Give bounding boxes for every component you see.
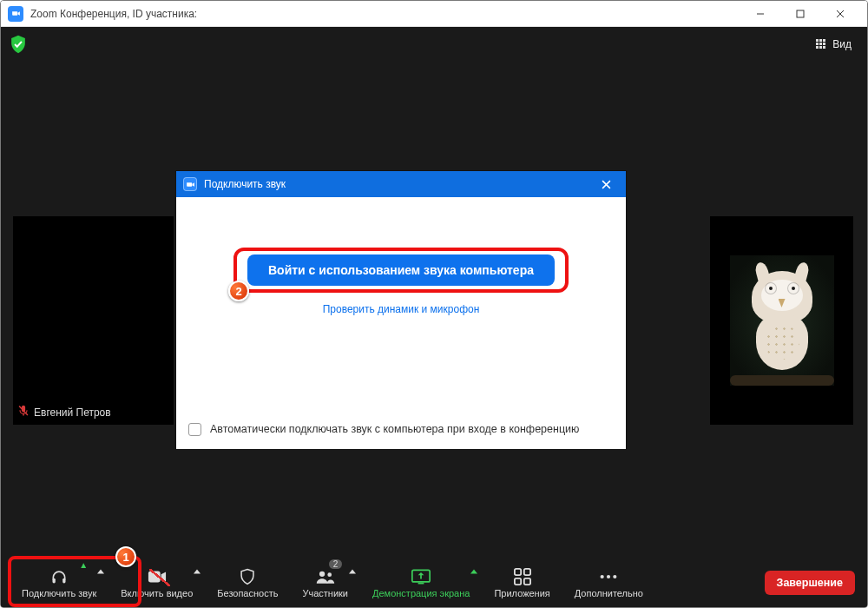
video-camera-off-icon (148, 567, 167, 586)
meeting-area: Вид Евгений Петров (1, 27, 867, 607)
svg-rect-7 (418, 583, 424, 585)
encryption-shield-icon[interactable] (10, 35, 27, 54)
participant-name-label: Евгений Петров (18, 405, 111, 420)
app-window: Zoom Конференция, ID участника: Вид (0, 0, 868, 608)
join-audio-button[interactable]: ▲ Подключить звук (13, 558, 105, 607)
participant-avatar (730, 255, 834, 386)
svg-point-14 (614, 575, 617, 578)
auto-join-audio-label: Автоматически подключать звук с компьюте… (210, 423, 579, 435)
test-speaker-mic-link[interactable]: Проверить динамик и микрофон (323, 303, 480, 315)
security-shield-icon (238, 567, 257, 586)
annotation-badge-2: 2 (228, 281, 249, 301)
svg-point-13 (607, 575, 610, 578)
svg-point-4 (319, 572, 325, 577)
share-options-chevron-icon[interactable] (468, 565, 480, 578)
view-toggle-button[interactable]: Вид (808, 35, 858, 54)
zoom-app-icon (8, 6, 23, 22)
dialog-title: Подключить звук (204, 178, 286, 190)
participants-button[interactable]: 2 Участники (293, 558, 357, 607)
grid-view-icon (815, 38, 827, 50)
apps-button[interactable]: Приложения (485, 558, 558, 607)
window-minimize-button[interactable] (740, 1, 780, 27)
audio-options-chevron-icon[interactable] (95, 565, 107, 578)
svg-point-12 (601, 575, 604, 578)
upload-arrow-icon: ▲ (79, 560, 88, 570)
svg-rect-0 (797, 10, 804, 17)
svg-rect-10 (515, 578, 521, 585)
auto-join-audio-checkbox[interactable] (188, 423, 201, 436)
join-audio-dialog: Подключить звук Войти с использованием з… (176, 171, 626, 449)
participant-tile-remote[interactable] (710, 216, 853, 425)
share-screen-button[interactable]: Демонстрация экрана (364, 558, 478, 607)
participants-options-chevron-icon[interactable] (346, 565, 358, 578)
security-button[interactable]: Безопасность (208, 558, 286, 607)
headphones-icon (49, 567, 69, 586)
participants-count-badge: 2 (329, 559, 343, 569)
svg-rect-8 (515, 569, 521, 575)
muted-mic-icon (18, 405, 29, 420)
people-icon (316, 567, 335, 586)
annotation-badge-1: 1 (115, 546, 136, 567)
video-options-chevron-icon[interactable] (191, 565, 203, 578)
meeting-topbar: Вид (1, 27, 867, 62)
end-meeting-button[interactable]: Завершение (765, 571, 855, 595)
svg-rect-9 (523, 569, 529, 575)
join-with-computer-audio-button[interactable]: Войти с использованием звука компьютера (247, 254, 555, 286)
dialog-titlebar: Подключить звук (176, 171, 626, 197)
window-title: Zoom Конференция, ID участника: (30, 8, 197, 20)
dialog-footer: Автоматически подключать звук с компьюте… (176, 409, 626, 449)
view-label: Вид (832, 38, 852, 50)
titlebar: Zoom Конференция, ID участника: (1, 1, 867, 27)
dialog-close-button[interactable] (593, 171, 619, 197)
join-audio-highlight: Войти с использованием звука компьютера (247, 254, 555, 286)
zoom-app-icon (183, 177, 197, 191)
svg-rect-3 (148, 572, 161, 583)
window-close-button[interactable] (820, 1, 860, 27)
participant-tile-self[interactable]: Евгений Петров (13, 216, 174, 425)
window-maximize-button[interactable] (780, 1, 820, 27)
more-button[interactable]: Дополнительно (566, 558, 652, 607)
svg-point-5 (327, 572, 332, 577)
svg-rect-2 (62, 578, 65, 584)
svg-rect-11 (523, 578, 529, 585)
apps-grid-icon (513, 567, 532, 586)
more-horizontal-icon (599, 567, 618, 586)
share-screen-icon (411, 567, 431, 586)
svg-rect-1 (53, 578, 56, 584)
